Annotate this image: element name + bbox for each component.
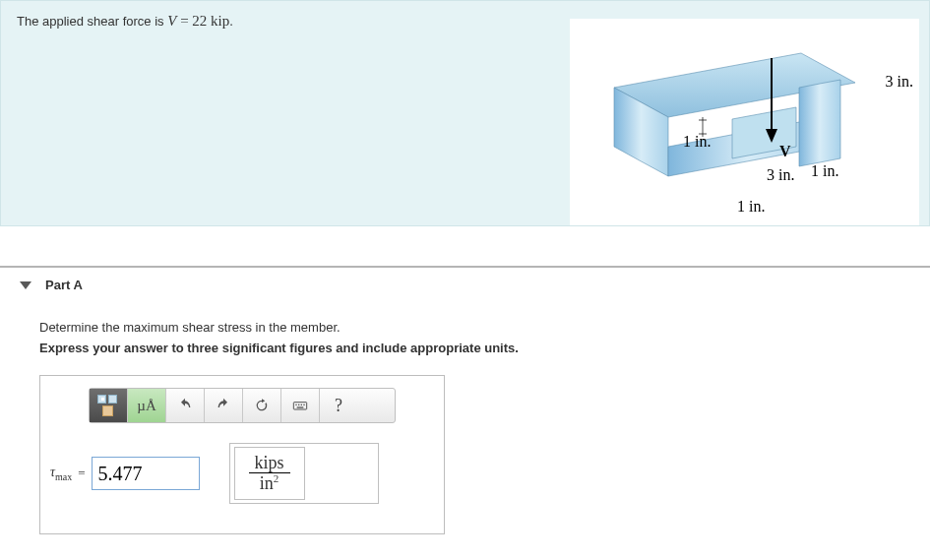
unit-fraction: kips in2: [249, 454, 290, 493]
svg-rect-13: [295, 404, 296, 405]
isometric-figure: [585, 48, 855, 206]
svg-rect-12: [293, 403, 306, 409]
svg-rect-17: [297, 406, 304, 407]
part-a-header[interactable]: Part A: [0, 266, 930, 302]
unit-inner: kips in2: [234, 447, 305, 500]
format-instruction: Express your answer to three significant…: [39, 341, 930, 355]
keyboard-icon: [292, 398, 308, 413]
templates-icon: [97, 395, 119, 416]
answer-row: τmax = kips in2: [50, 443, 444, 504]
figure-box: 3 in. 1 in. 1 in. 3 in. 1 in. V: [570, 19, 919, 225]
undo-button[interactable]: [166, 389, 205, 422]
svg-rect-14: [298, 404, 299, 405]
svg-rect-16: [303, 404, 304, 405]
tau-sub: max: [55, 471, 72, 482]
reset-icon: [254, 398, 270, 413]
unit-den-base: in: [260, 473, 274, 493]
keyboard-button[interactable]: [281, 389, 320, 422]
collapse-triangle-icon: [20, 281, 31, 289]
part-label: Part A: [45, 278, 83, 292]
dim-1in-bottom: 1 in.: [737, 198, 765, 216]
unit-numerator: kips: [249, 454, 290, 473]
dim-1in-mid: 1 in.: [811, 162, 838, 180]
problem-period: .: [229, 14, 233, 29]
help-icon: ?: [335, 396, 342, 416]
tau-symbol: τmax: [50, 465, 72, 482]
templates-button[interactable]: [90, 389, 128, 422]
problem-variable: V: [167, 13, 176, 29]
redo-button[interactable]: [205, 389, 243, 422]
equals: =: [78, 466, 85, 481]
dim-3in-right: 3 in.: [886, 73, 913, 91]
svg-marker-5: [799, 80, 840, 166]
equals-sign: =: [176, 13, 192, 29]
redo-icon: [216, 398, 231, 413]
svg-rect-15: [301, 404, 302, 405]
unit-box[interactable]: kips in2: [229, 443, 379, 504]
instruction-text: Determine the maximum shear stress in th…: [39, 320, 930, 335]
unit-denominator: in2: [249, 473, 290, 493]
answer-widget: µÅ ? τmax =: [39, 375, 445, 534]
muA-label: µÅ: [137, 398, 155, 414]
problem-statement-panel: The applied shear force is V = 22 kip.: [0, 0, 930, 226]
reset-button[interactable]: [243, 389, 281, 422]
unit-den-exp: 2: [274, 472, 279, 484]
force-label: V: [779, 143, 791, 160]
dim-1in-left: 1 in.: [683, 133, 711, 151]
undo-icon: [177, 398, 193, 413]
units-muA-button[interactable]: µÅ: [128, 389, 166, 422]
problem-prefix: The applied shear force is: [17, 14, 167, 29]
part-a-body: Determine the maximum shear stress in th…: [0, 320, 930, 534]
help-button[interactable]: ?: [320, 389, 357, 422]
dim-3in-bottom: 3 in.: [767, 166, 794, 184]
equation-toolbar: µÅ ?: [89, 388, 396, 423]
problem-value: 22 kip: [192, 13, 229, 29]
value-input[interactable]: [92, 457, 200, 490]
